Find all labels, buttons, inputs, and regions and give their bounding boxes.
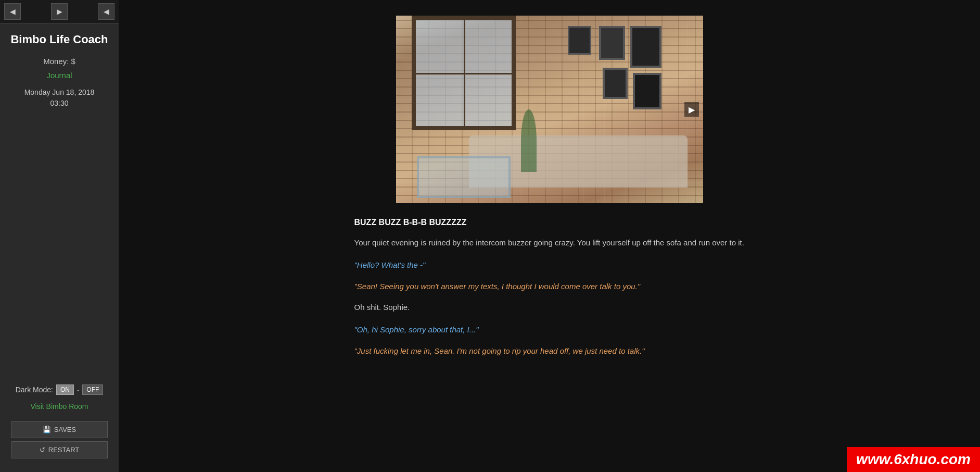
- story-title: BUZZ BUZZ B-B-B BUZZZZZ: [354, 218, 745, 227]
- forward-button[interactable]: ▶: [51, 3, 68, 20]
- dark-mode-on-button[interactable]: ON: [56, 384, 74, 395]
- saves-button[interactable]: 💾 SAVES: [11, 421, 108, 438]
- story-dialog3: "Oh, hi Sophie, sorry about that, I...": [354, 324, 745, 337]
- visit-bimbo-room-link[interactable]: Visit Bimbo Room: [30, 402, 88, 411]
- story-container: BUZZ BUZZ B-B-B BUZZZZZ Your quiet eveni…: [354, 218, 745, 358]
- date-text: Monday Jun 18, 2018: [24, 88, 95, 96]
- image-next-arrow[interactable]: ▶: [684, 102, 699, 117]
- dark-mode-label: Dark Mode:: [16, 386, 53, 394]
- dark-mode-off-button[interactable]: OFF: [82, 384, 103, 395]
- menu-button[interactable]: ◀: [98, 3, 114, 20]
- sidebar: ◀ ▶ ◀ Bimbo Life Coach Money: $ Journal …: [0, 0, 119, 472]
- dark-mode-row: Dark Mode: ON - OFF: [16, 384, 104, 395]
- watermark: www.6xhuo.com: [847, 447, 980, 472]
- restart-icon: ↺: [40, 446, 45, 454]
- scene-image: ▶: [396, 16, 703, 203]
- nav-bar: ◀ ▶ ◀: [0, 0, 119, 23]
- restart-label: RESTART: [48, 446, 79, 454]
- restart-button[interactable]: ↺ RESTART: [11, 441, 108, 458]
- time-text: 03:30: [50, 99, 68, 107]
- story-dialog4: "Just fucking let me in, Sean. I'm not g…: [354, 345, 745, 358]
- story-dialog1: "Hello? What's the -": [354, 259, 745, 272]
- app-title: Bimbo Life Coach: [5, 23, 113, 53]
- saves-label: SAVES: [54, 426, 76, 433]
- back-button[interactable]: ◀: [4, 3, 21, 20]
- journal-link[interactable]: Journal: [46, 71, 72, 80]
- story-paragraph2: Oh shit. Sophie.: [354, 301, 745, 314]
- story-paragraph1: Your quiet evening is ruined by the inte…: [354, 237, 745, 250]
- saves-icon: 💾: [43, 426, 51, 433]
- sidebar-bottom: 💾 SAVES ↺ RESTART: [0, 421, 119, 472]
- main-content: ▶ BUZZ BUZZ B-B-B BUZZZZZ Your quiet eve…: [119, 0, 980, 472]
- dark-mode-separator: -: [77, 386, 79, 394]
- story-dialog2: "Sean! Seeing you won't answer my texts,…: [354, 280, 745, 293]
- money-display: Money: $: [43, 57, 75, 66]
- date-display: Monday Jun 18, 2018 03:30: [24, 87, 95, 109]
